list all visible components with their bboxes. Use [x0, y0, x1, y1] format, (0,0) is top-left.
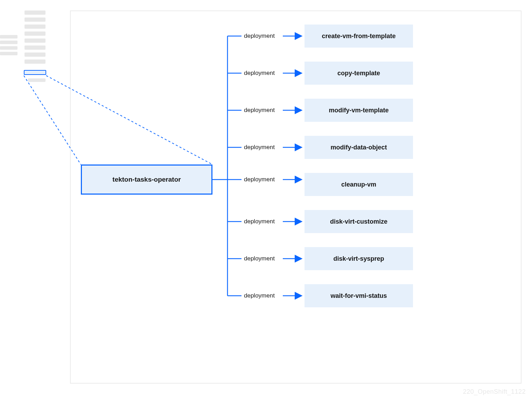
edge-label: deployment: [244, 70, 275, 77]
task-label: disk-virt-customize: [330, 218, 387, 225]
task-label: disk-virt-sysprep: [333, 255, 384, 262]
tasks-column: create-vm-from-template copy-template mo…: [304, 24, 448, 321]
thumbnail-highlight: [24, 70, 46, 75]
operator-label: tekton-tasks-operator: [112, 176, 181, 183]
task-label: cleanup-vm: [341, 181, 376, 188]
edge-label: deployment: [244, 107, 275, 114]
thumbnail-stack-large: [24, 10, 46, 66]
task-box: modify-data-object: [304, 136, 413, 159]
edge-label: deployment: [244, 176, 275, 183]
task-label: wait-for-vmi-status: [330, 292, 387, 300]
task-box: disk-virt-sysprep: [304, 247, 413, 270]
edge-label: deployment: [244, 33, 275, 40]
thumbnail-stack-small: [0, 35, 18, 57]
task-label: modify-data-object: [330, 144, 387, 151]
task-box: create-vm-from-template: [304, 24, 413, 48]
edge-label: deployment: [244, 144, 275, 151]
operator-box: tekton-tasks-operator: [81, 164, 212, 195]
edge-label: deployment: [244, 292, 275, 299]
edge-label: deployment: [244, 255, 275, 262]
task-box: cleanup-vm: [304, 173, 413, 196]
task-box: modify-vm-template: [304, 99, 413, 122]
watermark: 220_OpenShift_1122: [463, 388, 526, 396]
task-box: copy-template: [304, 62, 413, 85]
task-box: wait-for-vmi-status: [304, 284, 413, 307]
task-label: copy-template: [337, 70, 380, 77]
outer-frame: [70, 10, 522, 384]
task-label: modify-vm-template: [329, 107, 388, 114]
thumbnail-row-below: [28, 78, 46, 82]
task-label: create-vm-from-template: [322, 33, 396, 40]
task-box: disk-virt-customize: [304, 210, 413, 233]
edge-label: deployment: [244, 218, 275, 225]
diagram-canvas: tekton-tasks-operator create-vm-from-tem…: [0, 0, 532, 399]
